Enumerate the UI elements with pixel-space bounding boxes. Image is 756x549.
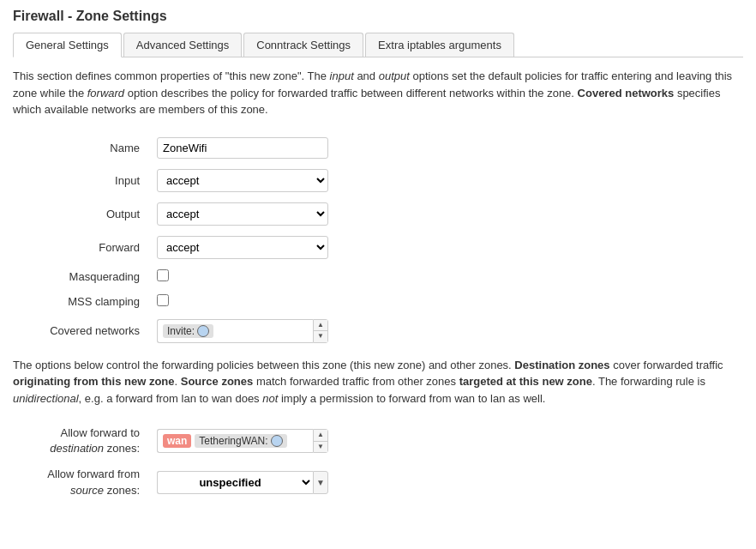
allow-forward-to-em: destination <box>50 442 104 455</box>
forward-select[interactable]: accept drop reject <box>157 236 328 259</box>
tab-general-settings[interactable]: General Settings <box>13 33 122 57</box>
covered-networks-input-container: Invite: ▲ ▼ <box>157 319 328 343</box>
tab-conntrack-settings[interactable]: Conntrack Settings <box>243 33 363 57</box>
desc-output-word: output <box>379 69 410 82</box>
allow-forward-to-field[interactable]: wan TetheringWAN: <box>157 429 313 453</box>
covered-networks-spinner: ▲ ▼ <box>313 319 328 343</box>
allow-forward-from-text1: Allow forward from <box>47 468 140 480</box>
fwd-source-zones: Source zones <box>181 375 254 388</box>
allow-forward-to-label: Allow forward to destination zones: <box>13 420 150 462</box>
allow-forward-from-label: Allow forward from source zones: <box>13 462 150 503</box>
desc-forward-word: forward <box>87 87 124 100</box>
desc-text-after-input: and <box>354 69 379 82</box>
covered-networks-token-field[interactable]: Invite: <box>157 319 313 343</box>
masquerading-checkbox[interactable] <box>157 269 169 281</box>
input-label: Input <box>13 164 150 197</box>
fwd-after-source: match forwarded traffic from other zones <box>253 375 459 388</box>
covered-networks-row: Covered networks Invite: ▲ ▼ <box>13 314 743 348</box>
mss-clamping-row: MSS clamping <box>13 289 743 314</box>
forward-row: Forward accept drop reject <box>13 231 743 264</box>
input-row: Input accept drop reject <box>13 164 743 197</box>
output-row: Output accept drop reject <box>13 197 743 231</box>
masquerading-row: Masquerading <box>13 264 743 289</box>
section-description: This section defines common properties o… <box>13 68 743 118</box>
fwd-intro: The options below control the forwarding… <box>13 359 514 371</box>
name-label: Name <box>13 132 150 164</box>
allow-forward-to-row: Allow forward to destination zones: wan … <box>13 420 743 462</box>
allow-forward-to-up-btn[interactable]: ▲ <box>314 430 327 442</box>
tethering-token-label: TetheringWAN: <box>199 435 267 447</box>
desc-text-before-input: This section defines common properties o… <box>13 69 330 82</box>
tethering-globe-icon <box>271 435 283 447</box>
tab-bar: General Settings Advanced Settings Connt… <box>13 33 743 57</box>
covered-token-label: Invite: <box>167 325 195 337</box>
fwd-dest-zones: Destination zones <box>514 359 609 371</box>
forwarding-form: Allow forward to destination zones: wan … <box>13 420 743 504</box>
fwd-after-not: imply a permission to forward from wan t… <box>278 392 545 405</box>
mss-checkbox[interactable] <box>157 294 169 306</box>
allow-forward-from-text2: zones: <box>104 484 140 497</box>
desc-text-after-forward: option describes the policy for forwarde… <box>124 87 577 100</box>
zone-settings-form: Name Input accept drop reject Output acc… <box>13 132 743 348</box>
allow-forward-to-spinner: ▲ ▼ <box>313 429 328 453</box>
mss-label: MSS clamping <box>13 289 150 314</box>
covered-networks-label: Covered networks <box>13 314 150 348</box>
allow-forward-from-arrow[interactable]: ▼ <box>313 471 328 494</box>
fwd-bold-orig: originating from this new zone <box>13 375 175 388</box>
fwd-after-dest: cover forwarded traffic <box>610 359 723 371</box>
allow-forward-from-em: source <box>70 484 104 497</box>
tab-advanced-settings[interactable]: Advanced Settings <box>123 33 242 57</box>
page-title: Firewall - Zone Settings <box>13 9 743 24</box>
desc-input-word: input <box>330 69 354 82</box>
wan-token: wan <box>163 434 191 448</box>
forwarding-description: The options below control the forwarding… <box>13 357 743 407</box>
covered-networks-down-btn[interactable]: ▼ <box>314 331 327 342</box>
allow-forward-from-row: Allow forward from source zones: unspeci… <box>13 462 743 503</box>
covered-invite-token: Invite: <box>163 324 213 338</box>
fwd-after-orig: . <box>175 375 181 388</box>
fwd-bold-targeted: targeted at this new zone <box>459 375 592 388</box>
fwd-after-targeted: . The forwarding rule is <box>592 375 705 388</box>
input-select[interactable]: accept drop reject <box>157 169 328 192</box>
allow-forward-to-text1: Allow forward to <box>61 426 140 439</box>
name-input[interactable] <box>157 137 328 159</box>
masquerading-label: Masquerading <box>13 264 150 289</box>
fwd-em-unidirectional: unidirectional <box>13 392 79 405</box>
desc-covered-word: Covered networks <box>578 87 675 100</box>
tethering-token: TetheringWAN: <box>195 434 286 448</box>
output-select[interactable]: accept drop reject <box>157 202 328 226</box>
allow-forward-to-text2: zones: <box>104 442 140 455</box>
allow-forward-from-select[interactable]: unspecified <box>157 471 313 494</box>
fwd-after-uni: , e.g. a forward from lan to wan does <box>79 392 263 405</box>
name-row: Name <box>13 132 743 164</box>
fwd-em-not: not <box>262 392 278 405</box>
allow-forward-from-container: unspecified ▼ <box>157 471 328 494</box>
globe-icon <box>197 325 209 337</box>
allow-forward-to-container: wan TetheringWAN: ▲ ▼ <box>157 429 328 453</box>
allow-forward-to-down-btn[interactable]: ▼ <box>314 442 327 453</box>
tab-extra-iptables[interactable]: Extra iptables arguments <box>365 33 514 57</box>
covered-networks-up-btn[interactable]: ▲ <box>314 320 327 332</box>
output-label: Output <box>13 197 150 231</box>
forward-label: Forward <box>13 231 150 264</box>
